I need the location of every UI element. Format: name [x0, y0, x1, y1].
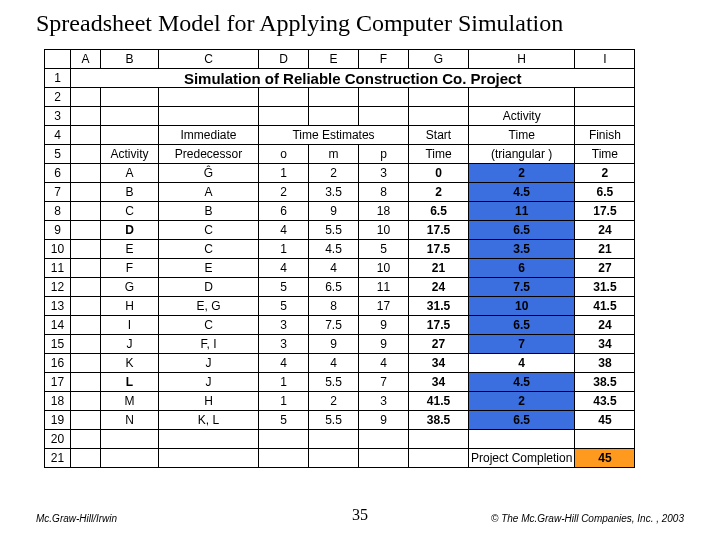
cell-pred: C — [159, 221, 259, 240]
rowhdr-1: 1 — [45, 69, 71, 88]
cell-finish: 38.5 — [575, 373, 635, 392]
row-2: 2 — [45, 88, 635, 107]
rowhdr-21: 21 — [45, 449, 71, 468]
cell-start: 17.5 — [409, 240, 469, 259]
cell-m: 4.5 — [309, 240, 359, 259]
rowhdr-19: 19 — [45, 411, 71, 430]
row-5: 5ActivityPredecessorompTime(triangular )… — [45, 145, 635, 164]
cell-m: 4 — [309, 259, 359, 278]
cell-o: 3 — [259, 335, 309, 354]
col-I: I — [575, 50, 635, 69]
table-row: 19NK, L55.5938.56.545 — [45, 411, 635, 430]
cell-start: 21 — [409, 259, 469, 278]
cell-activity: N — [101, 411, 159, 430]
page-number: 35 — [352, 506, 368, 524]
cell-start: 24 — [409, 278, 469, 297]
cell-atime: 4.5 — [469, 183, 575, 202]
rowhdr-8: 8 — [45, 202, 71, 221]
cell-m: 9 — [309, 335, 359, 354]
hdr-activity: Activity — [101, 145, 159, 164]
cell-start: 2 — [409, 183, 469, 202]
col-E: E — [309, 50, 359, 69]
table-row: 9DC45.51017.56.524 — [45, 221, 635, 240]
row-20: 20 — [45, 430, 635, 449]
cell-start: 0 — [409, 164, 469, 183]
row-1: 1 Simulation of Reliable Construction Co… — [45, 69, 635, 88]
cell-atime: 2 — [469, 392, 575, 411]
cell-atime: 6.5 — [469, 316, 575, 335]
cell-finish: 2 — [575, 164, 635, 183]
rowhdr-9: 9 — [45, 221, 71, 240]
cell-p: 7 — [359, 373, 409, 392]
table-row: 15JF, I39927734 — [45, 335, 635, 354]
row-21: 21Project Completion45 — [45, 449, 635, 468]
rowhdr-10: 10 — [45, 240, 71, 259]
cell-atime: 11 — [469, 202, 575, 221]
cell-atime: 6.5 — [469, 411, 575, 430]
spreadsheet-table: A B C D E F G H I 1 Simulation of Reliab… — [44, 49, 635, 468]
rowhdr-20: 20 — [45, 430, 71, 449]
cell-o: 5 — [259, 278, 309, 297]
cell-finish: 31.5 — [575, 278, 635, 297]
hdr-start: Start — [409, 126, 469, 145]
cell-atime: 10 — [469, 297, 575, 316]
cell-activity: L — [101, 373, 159, 392]
cell-pred: C — [159, 316, 259, 335]
cell-activity: E — [101, 240, 159, 259]
cell-o: 1 — [259, 392, 309, 411]
cell-m: 9 — [309, 202, 359, 221]
hdr-time: Time — [469, 126, 575, 145]
col-B: B — [101, 50, 159, 69]
rowhdr-4: 4 — [45, 126, 71, 145]
hdr-immediate: Immediate — [159, 126, 259, 145]
cell-o: 4 — [259, 221, 309, 240]
cell-activity: M — [101, 392, 159, 411]
cell-pred: H — [159, 392, 259, 411]
cell-start: 27 — [409, 335, 469, 354]
hdr-finish: Finish — [575, 126, 635, 145]
cell-p: 17 — [359, 297, 409, 316]
cell-finish: 6.5 — [575, 183, 635, 202]
table-row: 14IC37.5917.56.524 — [45, 316, 635, 335]
cell-finish: 21 — [575, 240, 635, 259]
cell-pred: E — [159, 259, 259, 278]
cell-m: 7.5 — [309, 316, 359, 335]
rowhdr-12: 12 — [45, 278, 71, 297]
cell-pred: C — [159, 240, 259, 259]
cell-m: 3.5 — [309, 183, 359, 202]
cell-finish: 24 — [575, 221, 635, 240]
cell-activity: I — [101, 316, 159, 335]
cell-o: 5 — [259, 297, 309, 316]
hdr-triangular: (triangular ) — [469, 145, 575, 164]
cell-o: 1 — [259, 240, 309, 259]
cell-p: 5 — [359, 240, 409, 259]
table-row: 16KJ44434438 — [45, 354, 635, 373]
row-3: 3Activity — [45, 107, 635, 126]
cell-activity: A — [101, 164, 159, 183]
hdr-m: m — [309, 145, 359, 164]
cell-p: 11 — [359, 278, 409, 297]
cell-atime: 3.5 — [469, 240, 575, 259]
rowhdr-16: 16 — [45, 354, 71, 373]
cell-pred: Ĝ — [159, 164, 259, 183]
rowhdr-5: 5 — [45, 145, 71, 164]
cell-o: 6 — [259, 202, 309, 221]
rowhdr-11: 11 — [45, 259, 71, 278]
cell-p: 18 — [359, 202, 409, 221]
slide-footer: Mc.Graw-Hill/Irwin 35 © The Mc.Graw-Hill… — [0, 513, 720, 540]
cell-o: 4 — [259, 259, 309, 278]
cell-start: 41.5 — [409, 392, 469, 411]
cell-atime: 7 — [469, 335, 575, 354]
table-row: 6AĜ123022 — [45, 164, 635, 183]
cell-o: 3 — [259, 316, 309, 335]
cell-m: 5.5 — [309, 373, 359, 392]
sheet-title: Simulation of Reliable Construction Co. … — [71, 69, 635, 88]
cell-finish: 24 — [575, 316, 635, 335]
table-row: 10EC14.5517.53.521 — [45, 240, 635, 259]
cell-start: 17.5 — [409, 316, 469, 335]
rowhdr-3: 3 — [45, 107, 71, 126]
cell-finish: 38 — [575, 354, 635, 373]
cell-m: 6.5 — [309, 278, 359, 297]
hdr-activity-top: Activity — [469, 107, 575, 126]
cell-p: 3 — [359, 392, 409, 411]
